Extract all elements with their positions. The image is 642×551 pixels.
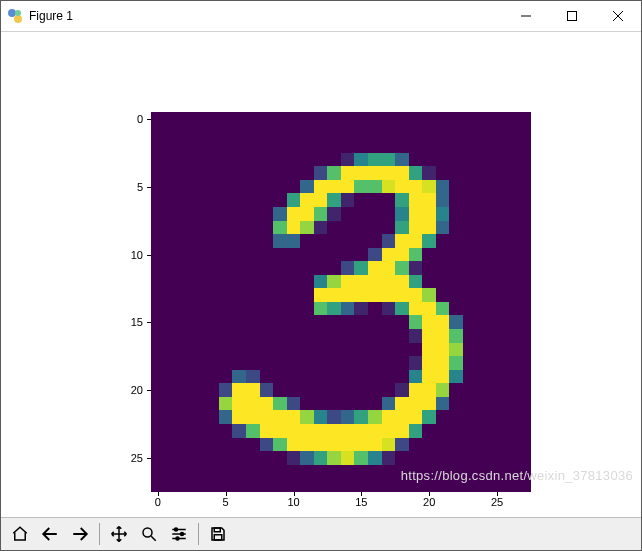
- nav-toolbar: [1, 517, 641, 550]
- configure-subplots-button[interactable]: [164, 519, 194, 549]
- x-tick-label: 10: [287, 496, 299, 508]
- svg-point-7: [143, 528, 152, 537]
- svg-point-12: [175, 528, 178, 531]
- svg-rect-15: [214, 528, 220, 532]
- figure-window: Figure 1 05101520250510152025 https://bl…: [0, 0, 642, 551]
- x-tick-label: 5: [223, 496, 229, 508]
- zoom-button[interactable]: [134, 519, 164, 549]
- heatmap-image: [151, 112, 531, 492]
- svg-point-14: [176, 537, 179, 540]
- svg-point-2: [15, 10, 21, 16]
- back-button[interactable]: [35, 519, 65, 549]
- titlebar: Figure 1: [1, 1, 641, 32]
- maximize-button[interactable]: [549, 1, 595, 31]
- home-button[interactable]: [5, 519, 35, 549]
- window-title: Figure 1: [29, 9, 73, 23]
- x-tick-label: 25: [491, 496, 503, 508]
- close-button[interactable]: [595, 1, 641, 31]
- app-icon: [7, 8, 23, 24]
- svg-point-13: [181, 533, 184, 536]
- y-tick-label: 20: [131, 384, 143, 396]
- save-button[interactable]: [203, 519, 233, 549]
- figure-canvas[interactable]: 05101520250510152025 https://blog.csdn.n…: [1, 32, 641, 517]
- y-tick-label: 5: [137, 181, 143, 193]
- svg-rect-4: [568, 12, 577, 21]
- minimize-button[interactable]: [503, 1, 549, 31]
- x-tick-label: 15: [355, 496, 367, 508]
- forward-button[interactable]: [65, 519, 95, 549]
- x-tick-label: 20: [423, 496, 435, 508]
- heatmap-axes: 05101520250510152025: [151, 112, 531, 492]
- toolbar-separator: [99, 523, 100, 545]
- y-tick-label: 15: [131, 316, 143, 328]
- y-tick-label: 0: [137, 113, 143, 125]
- svg-point-0: [8, 9, 16, 17]
- y-tick-label: 10: [131, 249, 143, 261]
- pan-button[interactable]: [104, 519, 134, 549]
- svg-point-1: [14, 15, 22, 23]
- svg-line-8: [151, 536, 156, 541]
- svg-rect-16: [214, 535, 222, 540]
- y-tick-label: 25: [131, 452, 143, 464]
- toolbar-separator: [198, 523, 199, 545]
- x-tick-label: 0: [155, 496, 161, 508]
